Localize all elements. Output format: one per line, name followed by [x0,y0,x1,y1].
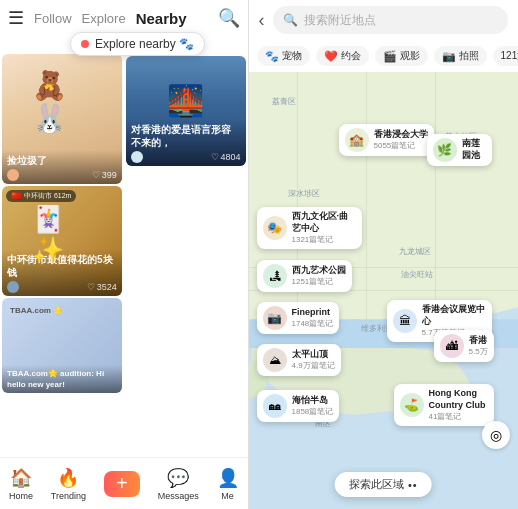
card-4-likes: ♡ 4804 [211,152,241,162]
card-3-avatar [7,281,19,293]
poi-victoria-peak[interactable]: ⛰ 太平山顶 4.9万篇笔记 [257,344,341,376]
card-3-likes: ♡ 3524 [87,282,117,292]
poi-aplei-info: 海怡半岛 1858篇笔记 [292,395,334,418]
poi-nlgarden-icon: 🌿 [433,138,457,162]
poi-fineprint[interactable]: 📷 Fineprint 1748篇笔记 [257,302,340,334]
poi-wk-notes: 1321篇笔记 [292,234,356,245]
bottom-nav: 🏠 Home 🔥 Trending + 💬 Messages 👤 Me [0,457,248,509]
messages-icon: 💬 [167,467,189,489]
trending-label: Trending [51,491,86,501]
home-label: Home [9,491,33,501]
nav-tabs: Follow Explore Nearby [34,10,208,27]
card-3-location: 🇨🇳 中环街市 612m [6,190,76,202]
feed-card-4[interactable]: 对香港的爱是语言形容不来的， ♡ 4804 [126,56,246,166]
movie-emoji: 🎬 [383,50,397,63]
search-field[interactable]: 🔍 搜索附近地点 [273,6,508,34]
poi-wkpark-name: 西九艺术公园 [292,265,346,277]
feed-col-2: 🇨🇳 香港旺仔街区 1.6km 香港这里好多 Chiikawa 啊啊啊!! (附… [124,54,248,457]
trending-icon: 🔥 [57,467,79,489]
card-1-title: 捡垃圾了 [7,154,117,167]
poi-fineprint-name: Fineprint [292,307,334,319]
svg-text:深水埗区: 深水埗区 [288,189,320,198]
poi-hkcc-info: Hong Kong Country Club 41篇笔记 [429,388,488,422]
map-search-bar: ‹ 🔍 搜索附近地点 [249,0,518,40]
poi-hk-name: 香港 [469,335,488,347]
cat-date[interactable]: ❤️ 约会 [316,46,369,66]
pet-label: 宠物 [282,49,302,63]
card-3-title: 中环街市最值得花的5块钱 [7,253,117,279]
poi-peak-notes: 4.9万篇笔记 [292,360,335,371]
back-button[interactable]: ‹ [259,10,265,31]
card-5-title: TBAA.com🌟 audition: Hi hello new year! [7,369,117,390]
cat-movie[interactable]: 🎬 观影 [375,46,428,66]
poi-hk-icon: 🏙 [440,334,464,358]
cat-count[interactable]: 121篇记 [493,46,518,66]
poi-hongkong[interactable]: 🏙 香港 5.5万 [434,330,494,362]
card-3-user [7,281,19,293]
poi-hkbu[interactable]: 🏫 香港浸会大学 5055篇笔记 [339,124,434,156]
tab-explore[interactable]: Explore [82,11,126,26]
poi-wk-name: 西九文化区·曲艺中心 [292,211,356,234]
tab-follow[interactable]: Follow [34,11,72,26]
poi-aplei-name: 海怡半岛 [292,395,334,407]
left-panel: ☰ Follow Explore Nearby 🔍 Explore nearby… [0,0,248,509]
poi-hkbu-notes: 5055篇笔记 [374,140,428,151]
feed-card-1[interactable]: 捡垃圾了 ♡ 399 [2,54,122,184]
poi-fineprint-info: Fineprint 1748篇笔记 [292,307,334,330]
explore-nearby-bubble[interactable]: Explore nearby 🐾 [70,32,205,56]
heart-icon-1: ♡ [92,170,100,180]
card-1-user [7,169,22,181]
messages-label: Messages [158,491,199,501]
top-nav: ☰ Follow Explore Nearby 🔍 Explore nearby… [0,0,248,36]
card-3-meta: ♡ 3524 [7,281,117,293]
poi-wkpark-notes: 1251篇笔记 [292,276,346,287]
search-icon[interactable]: 🔍 [218,7,240,29]
count-label: 121篇记 [501,49,518,63]
poi-fineprint-icon: 📷 [263,306,287,330]
explore-area-button[interactable]: 探索此区域 •• [335,472,432,497]
poi-peak-name: 太平山顶 [292,349,335,361]
poi-wk-info: 西九文化区·曲艺中心 1321篇笔记 [292,211,356,245]
feed-col-1: 捡垃圾了 ♡ 399 🇨🇳 [0,54,124,457]
nav-me[interactable]: 👤 Me [217,467,239,501]
poi-peak-info: 太平山顶 4.9万篇笔记 [292,349,335,372]
feed-card-3[interactable]: 🇨🇳 中环街市 612m 中环街市最值得花的5块钱 ♡ 3524 [2,186,122,296]
cat-pet[interactable]: 🐾 宠物 [257,46,310,66]
nav-messages[interactable]: 💬 Messages [158,467,199,501]
pet-emoji: 🐾 [265,50,279,63]
map-locate-button[interactable]: ◎ [482,421,510,449]
locate-icon: ◎ [490,427,502,443]
poi-nlgarden-info: 南莲园池 [462,138,486,161]
svg-text:油尖旺站: 油尖旺站 [401,270,433,279]
poi-hk-notes: 5.5万 [469,346,488,357]
poi-wkpark-info: 西九艺术公园 1251篇笔记 [292,265,346,288]
poi-hkbu-name: 香港浸会大学 [374,129,428,141]
heart-icon-4: ♡ [211,152,219,162]
menu-icon[interactable]: ☰ [8,7,24,29]
poi-wk-icon: 🎭 [263,216,287,240]
add-button[interactable]: + [104,471,140,497]
poi-hkcc-name: Hong Kong Country Club [429,388,488,411]
poi-hk-info: 香港 5.5万 [469,335,488,358]
tab-nearby[interactable]: Nearby [136,10,187,27]
cat-photo[interactable]: 📷 拍照 [434,46,487,66]
poi-ap-lei[interactable]: 🏘 海怡半岛 1858篇笔记 [257,390,340,422]
heart-icon-3: ♡ [87,282,95,292]
feed-card-5[interactable]: TBAA.com 🌟 TBAA.com🌟 audition: Hi hello … [2,298,122,393]
date-emoji: ❤️ [324,50,338,63]
explore-dots: •• [408,479,418,491]
explore-bubble-label: Explore nearby 🐾 [95,37,194,51]
nav-trending[interactable]: 🔥 Trending [51,467,86,501]
card-4-user [131,151,143,163]
poi-hkcc-icon: ⛳ [400,393,424,417]
bubble-dot [81,40,89,48]
map-area[interactable]: 荔青区 深水埗区 黄大仙区 九龙城区 油尖旺站 西区 南区 维多利亚港 🏫 香港… [249,72,518,509]
poi-wkpark[interactable]: 🏞 西九艺术公园 1251篇笔记 [257,260,352,292]
nav-add[interactable]: + [104,471,140,497]
poi-hkcc[interactable]: ⛳ Hong Kong Country Club 41篇笔记 [394,384,494,426]
nav-home[interactable]: 🏠 Home [9,467,33,501]
poi-westkowloon[interactable]: 🎭 西九文化区·曲艺中心 1321篇笔记 [257,207,362,249]
poi-hkcec-icon: 🏛 [393,309,417,333]
poi-nlgarden[interactable]: 🌿 南莲园池 [427,134,492,166]
poi-nlgarden-name: 南莲园池 [462,138,486,161]
